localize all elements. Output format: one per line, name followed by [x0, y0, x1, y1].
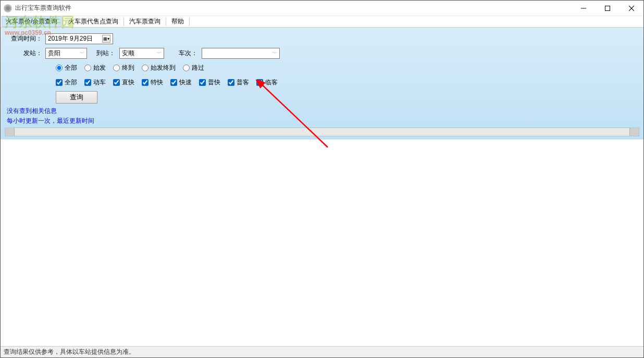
label-to-station: 到站：: [87, 49, 119, 58]
minimize-button[interactable]: [572, 1, 596, 16]
radio-pass[interactable]: 路过: [183, 63, 204, 72]
check-puke[interactable]: 普客: [228, 78, 249, 87]
query-button[interactable]: 查询: [56, 91, 97, 104]
to-station-value: 安顺: [122, 49, 156, 58]
app-window: 出行宝车票查询软件 火车票价/余票查询 火车票代售点查询 汽车票查询 帮助 查询…: [0, 0, 644, 358]
check-zhikuai[interactable]: 直快: [113, 78, 134, 87]
check-pukuai[interactable]: 普快: [199, 78, 220, 87]
chevron-down-icon: ﹀: [271, 50, 278, 57]
calendar-icon[interactable]: ▦▾: [102, 35, 110, 43]
no-results-message[interactable]: 没有查到相关信息: [7, 107, 639, 116]
query-panel: 查询时间： 2019年 9月29日 ▦▾ 发站： 贵阳 ﹀ 到站： 安顺 ﹀ 车…: [1, 28, 643, 139]
svg-rect-1: [605, 6, 610, 10]
from-station-value: 贵阳: [48, 49, 79, 58]
update-info-message[interactable]: 每小时更新一次，最近更新时间: [7, 117, 639, 125]
maximize-button[interactable]: [596, 1, 620, 16]
title-bar: 出行宝车票查询软件: [1, 1, 643, 16]
check-tekuai[interactable]: 特快: [142, 78, 163, 87]
close-button[interactable]: [620, 1, 643, 16]
horizontal-scrollbar[interactable]: [5, 127, 639, 136]
label-from-station: 发站：: [5, 49, 45, 58]
label-query-time: 查询时间：: [5, 34, 45, 43]
check-linke[interactable]: 临客: [256, 78, 278, 87]
radio-start[interactable]: 始发: [84, 63, 106, 72]
maximize-icon: [605, 6, 610, 11]
radio-start-end[interactable]: 始发终到: [142, 63, 176, 72]
app-icon: [4, 4, 12, 12]
status-text: 查询结果仅供参考，具体以车站提供信息为准。: [4, 348, 135, 356]
results-area: [1, 139, 643, 346]
radio-end[interactable]: 终到: [113, 63, 134, 72]
label-train-no: 车次：: [164, 49, 202, 58]
from-station-combo[interactable]: 贵阳 ﹀: [45, 48, 87, 59]
menu-bus-query[interactable]: 汽车票查询: [125, 16, 165, 27]
menu-agent-query[interactable]: 火车票代售点查询: [64, 16, 122, 27]
date-value: 2019年 9月29日: [48, 34, 102, 43]
close-icon: [629, 6, 634, 11]
to-station-combo[interactable]: 安顺 ﹀: [119, 48, 164, 59]
window-controls: [572, 1, 643, 16]
date-picker[interactable]: 2019年 9月29日 ▦▾: [45, 33, 113, 44]
minimize-icon: [581, 6, 586, 11]
menu-bar: 火车票价/余票查询 火车票代售点查询 汽车票查询 帮助: [1, 16, 643, 28]
radio-all[interactable]: 全部: [56, 63, 77, 72]
menu-ticket-query[interactable]: 火车票价/余票查询: [2, 16, 61, 27]
window-title: 出行宝车票查询软件: [15, 4, 71, 12]
check-kuaisu[interactable]: 快速: [170, 78, 192, 87]
chevron-down-icon: ﹀: [156, 50, 163, 57]
train-no-combo[interactable]: ﹀: [202, 48, 280, 59]
check-dongche[interactable]: 动车: [84, 78, 106, 87]
chevron-down-icon: ﹀: [79, 50, 85, 57]
menu-help[interactable]: 帮助: [167, 16, 188, 27]
status-bar: 查询结果仅供参考，具体以车站提供信息为准。: [1, 346, 643, 357]
check-all[interactable]: 全部: [56, 78, 77, 87]
